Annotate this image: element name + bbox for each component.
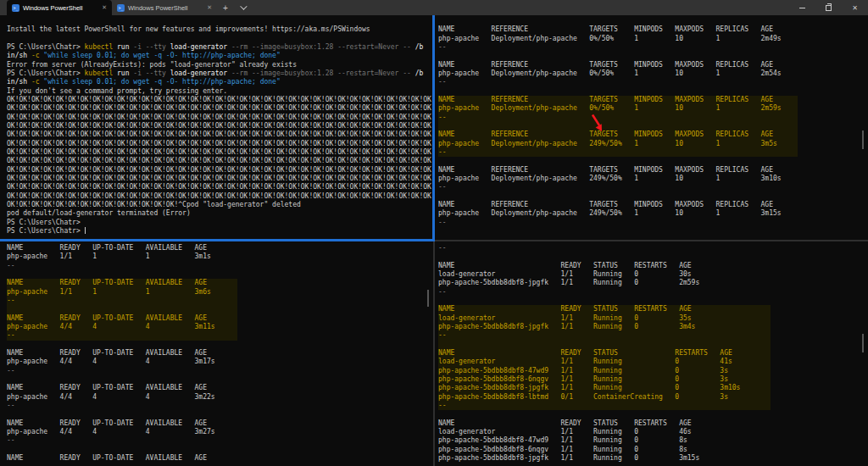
terminal-line: OK!OK!OK!OK!OK!OK!OK!OK!OK!OK!OK!OK!OK!O… xyxy=(7,183,432,191)
scrollbar-thumb[interactable] xyxy=(862,130,864,149)
terminal-line: -- xyxy=(438,331,771,340)
scrollbar-thumb[interactable] xyxy=(427,290,429,307)
terminal-line: NAME READY UP-TO-DATE AVAILABLE AGE xyxy=(7,279,237,287)
terminal-line: NAME READY UP-TO-DATE AVAILABLE AGE xyxy=(7,314,237,323)
terminal-line: NAME READY STATUS RESTARTS AGE xyxy=(438,262,868,270)
terminal-pane-top-right[interactable]: NAME REFERENCE TARGETS MINPODS MAXPODS R… xyxy=(435,15,868,240)
terminal-line: PS C:\Users\Chatr> xyxy=(7,227,432,236)
terminal-line: If you don't see a command prompt, try p… xyxy=(7,87,432,96)
terminal-line xyxy=(7,35,432,43)
terminal-line: PS C:\Users\Chatr> kubectl run -i --tty … xyxy=(7,69,432,78)
terminal-line: NAME READY UP-TO-DATE AVAILABLE AGE xyxy=(7,244,432,252)
terminal-line: OK!OK!OK!OK!OK!OK!OK!OK!OK!OK!OK!OK!OK!O… xyxy=(7,148,432,157)
terminal-line: load-generator 1/1 Running 0 35s xyxy=(438,314,771,323)
pane-divider-vertical[interactable] xyxy=(433,241,435,466)
terminal-line: php-apache Deployment/php-apache 249%/50… xyxy=(438,209,868,218)
terminal-line: PS C:\Users\Chatr> xyxy=(7,219,432,227)
terminal-line: -- xyxy=(7,331,237,340)
text-cursor xyxy=(85,227,86,234)
terminal-line: NAME REFERENCE TARGETS MINPODS MAXPODS R… xyxy=(438,96,798,104)
terminal-line: OK!OK!OK!OK!OK!OK!OK!OK!OK!OK!OK!OK!OK!O… xyxy=(7,166,432,175)
terminal-line: OK!OK!OK!OK!OK!OK!OK!OK!OK!OK!OK!OK!OK!O… xyxy=(7,104,432,113)
tab-close-icon[interactable]: ✕ xyxy=(207,4,212,11)
pane-divider-horizontal[interactable] xyxy=(435,240,868,241)
terminal-line: load-generator 1/1 Running 0 41s xyxy=(438,358,771,366)
focused-pane-border-vertical[interactable] xyxy=(432,15,435,239)
red-arrow-annotation xyxy=(589,114,608,134)
terminal-line: php-apache-5bdbb8dbf8-jpgfk 1/1 Running … xyxy=(438,323,771,331)
scrollbar-thumb[interactable] xyxy=(862,334,864,352)
maximize-restore-button[interactable] xyxy=(815,0,842,15)
powershell-icon: >_ xyxy=(117,4,125,12)
terminal-line: load-generator 1/1 Running 0 30s xyxy=(438,270,868,279)
terminal-pane-top-left[interactable]: Install the latest PowerShell for new fe… xyxy=(0,15,432,239)
terminal-line: load-generator 1/1 Running 0 46s xyxy=(438,428,868,436)
titlebar-left-padding xyxy=(0,0,7,15)
terminal-pane-bottom-right[interactable]: --NAME READY STATUS RESTARTS AGEload-gen… xyxy=(435,242,868,466)
terminal-line: php-apache-5bdbb8dbf8-jpgfk 1/1 Running … xyxy=(438,384,771,392)
close-button[interactable]: ✕ xyxy=(842,0,868,15)
terminal-line: OK!OK!OK!OK!OK!OK!OK!OK!OK!OK!OK!OK!OK!O… xyxy=(7,192,432,201)
tab-windows-powershell-2[interactable]: >_ Windows PowerShell ✕ xyxy=(112,0,217,15)
terminal-line: Error from server (AlreadyExists): pods … xyxy=(7,61,432,69)
restore-icon xyxy=(826,5,832,11)
minimize-button[interactable] xyxy=(789,0,815,15)
terminal-line: php-apache 4/4 4 4 3m22s xyxy=(7,393,432,402)
windows-terminal-window: { "window": { "titlebar": { "tabs": [ {"… xyxy=(0,0,868,466)
terminal-line: -- xyxy=(438,288,868,297)
terminal-line: -- xyxy=(7,367,432,375)
terminal-line xyxy=(7,17,432,25)
terminal-line: php-apache-5bdbb8dbf8-6nqgv 1/1 Running … xyxy=(438,375,771,384)
plus-icon: + xyxy=(223,3,228,13)
tab-dropdown-button[interactable] xyxy=(234,0,251,15)
terminal-line xyxy=(438,341,771,349)
terminal-line: NAME REFERENCE TARGETS MINPODS MAXPODS R… xyxy=(438,166,868,175)
terminal-line: OK!OK!OK!OK!OK!OK!OK!OK!OK!OK!OK!OK!OK!O… xyxy=(7,114,432,122)
tab-windows-powershell-1[interactable]: >_ Windows PowerShell ✕ xyxy=(7,0,112,15)
terminal-line: pod default/load-generator terminated (E… xyxy=(7,209,432,218)
terminal-line xyxy=(7,305,237,313)
terminal-line: php-apache 1/1 1 1 3m6s xyxy=(7,288,237,297)
terminal-line xyxy=(438,87,868,96)
terminal-line xyxy=(438,52,868,60)
terminal-line: -- xyxy=(7,402,432,410)
terminal-line: -- xyxy=(438,148,798,157)
terminal-line xyxy=(7,375,432,384)
terminal-line xyxy=(438,122,798,130)
terminal-line xyxy=(438,192,868,201)
terminal-line: NAME REFERENCE TARGETS MINPODS MAXPODS R… xyxy=(438,201,868,209)
focused-pane-border-horizontal[interactable] xyxy=(0,239,435,241)
terminal-pane-bottom-left[interactable]: NAME READY UP-TO-DATE AVAILABLE AGEphp-a… xyxy=(0,242,432,466)
terminal-line xyxy=(7,341,432,349)
terminal-line: php-apache 4/4 4 4 3m11s xyxy=(7,323,237,331)
tab-close-icon[interactable]: ✕ xyxy=(102,4,107,11)
powershell-icon: >_ xyxy=(12,4,19,12)
terminal-line: php-apache Deployment/php-apache 0%/50% … xyxy=(438,104,798,113)
terminal-line: php-apache 4/4 4 4 3m17s xyxy=(7,358,432,366)
terminal-line: NAME READY STATUS RESTARTS AGE xyxy=(438,419,868,428)
terminal-line: php-apache-5bdbb8dbf8-47wd9 1/1 Running … xyxy=(438,436,868,445)
terminal-line: -- xyxy=(438,244,868,252)
terminal-line: php-apache-5bdbb8dbf8-lbtmd 0/1 Containe… xyxy=(438,393,771,402)
terminal-line: NAME READY STATUS RESTARTS AGE xyxy=(438,349,771,358)
terminal-line: -- xyxy=(7,262,432,270)
terminal-line: php-apache Deployment/php-apache 0%/50% … xyxy=(438,35,868,43)
terminal-line: -- xyxy=(438,78,868,86)
terminal-line: OK!OK!OK!OK!OK!OK!OK!OK!OK!OK!OK!OK!OK!O… xyxy=(7,122,432,130)
terminal-line: php-apache-5bdbb8dbf8-6nqgv 1/1 Running … xyxy=(438,446,868,454)
terminal-line: NAME READY STATUS RESTARTS AGE xyxy=(438,305,771,313)
terminal-line: NAME READY UP-TO-DATE AVAILABLE AGE xyxy=(7,384,432,392)
new-tab-button[interactable]: + xyxy=(217,0,234,15)
terminal-line: PS C:\Users\Chatr> kubectl run -i --tty … xyxy=(7,43,432,52)
terminal-line: php-apache Deployment/php-apache 249%/50… xyxy=(438,140,798,148)
terminal-line xyxy=(7,410,432,419)
terminal-line xyxy=(438,157,868,165)
terminal-line: OK!OK!OK!OK!OK!OK!OK!OK!OK!OK!OK!OK!OK!O… xyxy=(7,96,432,104)
terminal-line: NAME REFERENCE TARGETS MINPODS MAXPODS R… xyxy=(438,130,798,139)
terminal-line: NAME READY UP-TO-DATE AVAILABLE AGE xyxy=(7,349,432,358)
titlebar-drag-area[interactable] xyxy=(251,0,789,15)
terminal-line: php-apache 4/4 4 4 3m27s xyxy=(7,428,432,436)
terminal-line xyxy=(7,270,432,279)
terminal-line: -- xyxy=(438,114,798,122)
terminal-line: OK!OK!OK!OK!OK!OK!OK!OK!OK!OK!OK!OK!OK!O… xyxy=(7,157,432,165)
